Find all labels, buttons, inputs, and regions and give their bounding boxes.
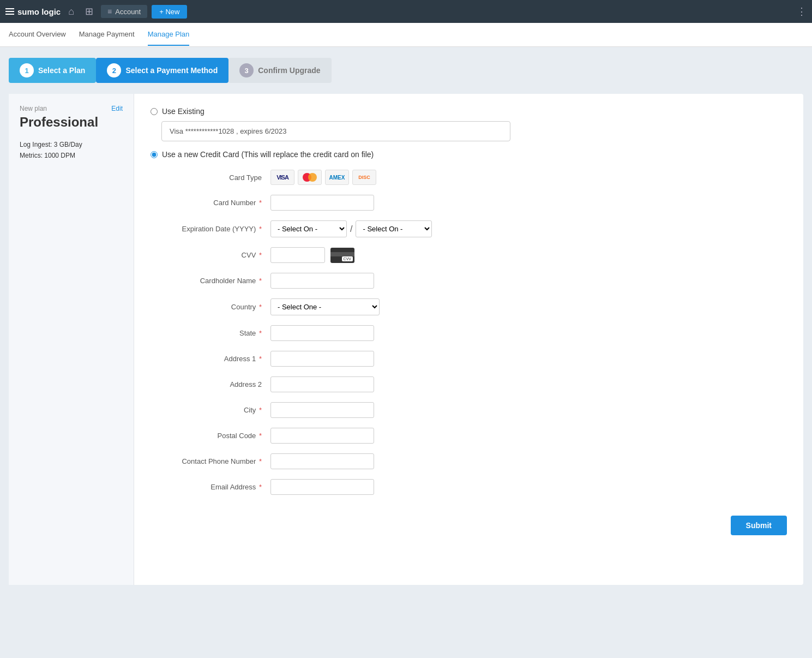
submit-row: Submit [151,505,787,541]
city-input[interactable] [270,402,374,418]
more-options-icon[interactable]: ⋮ [797,5,807,17]
metrics-value: 1000 DPM [44,152,75,159]
submit-label: Submit [746,521,772,530]
state-input[interactable] [270,325,374,341]
metrics-detail: Metrics: 1000 DPM [20,152,123,159]
mastercard-svg [302,172,318,183]
card-type-row: Card Type VISA AMEX DISC [151,170,787,185]
subnav-item-account-overview[interactable]: Account Overview [9,23,66,46]
state-required: * [257,329,262,337]
phone-label: Contact Phone Number * [151,457,270,465]
cardholder-row: Cardholder Name * [151,273,787,289]
payment-form-area: Use Existing Visa ************1028 , exp… [134,94,803,585]
phone-required: * [257,457,262,465]
cvv-row: CVV * CVV [151,247,787,263]
use-existing-radio[interactable] [151,108,158,115]
postal-label: Postal Code * [151,432,270,440]
step-3-label: Confirm Upgrade [258,66,320,75]
content-area: New plan Edit Professional Log Ingest: 3… [9,94,803,585]
expiration-date-row: Expiration Date (YYYY) * - Select On - 0… [151,220,787,237]
state-row: State * [151,325,787,341]
exp-year-select[interactable]: - Select On - 202320242025 202620272028 [356,220,432,237]
step-1-label: Select a Plan [38,66,85,75]
home-icon: ⌂ [68,6,74,17]
edit-plan-link[interactable]: Edit [111,105,123,112]
address1-row: Address 1 * [151,351,787,367]
existing-card-text: Visa ************1028 , expires 6/2023 [170,127,286,135]
cardholder-required: * [257,277,262,285]
email-label: Email Address * [151,483,270,491]
country-required: * [257,303,262,311]
exp-selects: - Select On - 01020304 05060708 09101112… [270,220,432,237]
address2-label: Address 2 [151,380,270,388]
phone-row: Contact Phone Number * [151,453,787,469]
phone-input[interactable] [270,453,374,469]
new-button[interactable]: + New [152,5,187,19]
logo: sumo logic [5,7,61,16]
main-content: 1 Select a Plan 2 Select a Payment Metho… [0,47,812,658]
new-plan-label: New plan [20,105,47,112]
subnav-item-manage-payment[interactable]: Manage Payment [79,23,135,46]
step-2-circle: 2 [107,63,121,77]
plan-sidebar: New plan Edit Professional Log Ingest: 3… [9,94,134,585]
use-existing-option[interactable]: Use Existing [151,107,787,116]
email-input[interactable] [270,479,374,495]
hamburger-icon[interactable] [5,8,14,15]
cvv-label: CVV * [151,251,270,259]
account-tab-icon: ≡ [107,7,112,16]
address1-input[interactable] [270,351,374,367]
address1-required: * [257,355,262,363]
account-tab[interactable]: ≡ Account [101,5,147,18]
submit-button[interactable]: Submit [731,516,787,535]
card-number-required: * [257,199,262,207]
cvv-icon-text: CVV [342,256,353,261]
address2-input[interactable] [270,376,374,392]
topbar: sumo logic ⌂ ⊞ ≡ Account + New ⋮ [0,0,812,23]
grid-button[interactable]: ⊞ [82,3,97,20]
postal-input[interactable] [270,428,374,444]
cardholder-label: Cardholder Name * [151,277,270,285]
card-type-label: Card Type [151,174,270,182]
state-label: State * [151,329,270,337]
expiration-label: Expiration Date (YYYY) * [151,225,270,233]
new-card-radio[interactable] [151,151,158,158]
country-label: Country * [151,303,270,311]
new-button-label: + New [159,8,179,16]
step-3[interactable]: 3 Confirm Upgrade [228,58,331,83]
step-2[interactable]: 2 Select a Payment Method [96,58,228,83]
step-1[interactable]: 1 Select a Plan [9,58,96,83]
sidebar-header: New plan Edit [20,105,123,112]
log-ingest-value: 3 GB/Day [54,141,82,148]
step-1-circle: 1 [20,63,34,77]
new-card-option[interactable]: Use a new Credit Card (This will replace… [151,150,787,159]
svg-point-1 [308,173,317,182]
postal-required: * [257,432,262,440]
cvv-card-icon: CVV [330,248,354,263]
amex-icon: AMEX [325,170,349,185]
cvv-required: * [257,251,262,259]
home-button[interactable]: ⌂ [65,4,77,20]
exp-month-select[interactable]: - Select On - 01020304 05060708 09101112 [270,220,347,237]
card-number-input[interactable] [270,195,374,211]
city-required: * [257,406,262,414]
visa-icon: VISA [270,170,294,185]
existing-card-box: Visa ************1028 , expires 6/2023 [161,121,510,141]
card-icons: VISA AMEX DISC [270,170,376,185]
country-select[interactable]: - Select One - United States Canada Unit… [270,298,380,315]
cardholder-input[interactable] [270,273,374,289]
metrics-label: Metrics: [20,152,43,159]
cvv-area: CVV [270,247,354,263]
log-ingest-label: Log Ingest: [20,141,52,148]
card-number-label: Card Number * [151,199,270,207]
card-number-row: Card Number * [151,195,787,211]
mastercard-icon [298,170,322,185]
subnav-item-manage-plan[interactable]: Manage Plan [148,23,190,46]
steps-bar: 1 Select a Plan 2 Select a Payment Metho… [9,58,803,83]
step-3-circle: 3 [239,63,254,77]
logo-text: sumo logic [17,7,61,16]
use-existing-label: Use Existing [162,107,204,116]
address1-label: Address 1 * [151,355,270,363]
address2-row: Address 2 [151,376,787,392]
cvv-input[interactable] [270,247,325,263]
country-row: Country * - Select One - United States C… [151,298,787,315]
